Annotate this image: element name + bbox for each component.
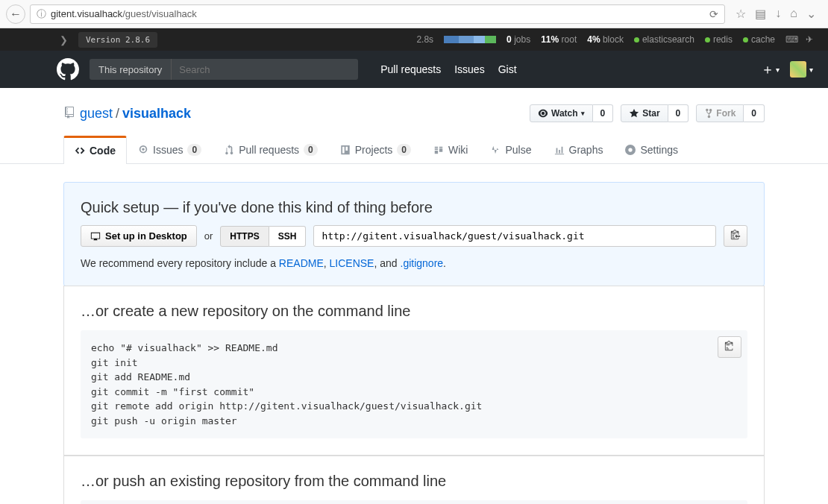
reponav: Code Issues0 Pull requests0 Projects0 Wi… [63,136,765,163]
nav-pull-requests[interactable]: Pull requests [380,63,441,75]
star-button[interactable]: Star [621,104,668,122]
watch-group: Watch▾ 0 [530,104,613,122]
push-repo-section: …or push an existing repository from the… [63,456,765,504]
load-bars [444,36,496,43]
create-repo-section: …or create a new repository on the comma… [63,286,765,456]
quick-setup-title: Quick setup — if you've done this kind o… [81,199,747,216]
https-button[interactable]: HTTPS [220,226,269,247]
block-stat: 4% block [587,34,624,45]
downloads-icon[interactable]: ↓ [775,7,781,21]
version-badge: Version 2.8.6 [78,32,157,48]
setup-desktop-button[interactable]: Set up in Desktop [81,225,197,247]
push-repo-code[interactable]: git remote add origin http://gitent.visu… [81,500,747,504]
fork-count[interactable]: 0 [744,104,765,122]
tab-code[interactable]: Code [63,136,127,164]
repo-name-link[interactable]: visualhack [122,106,191,121]
repo-owner-link[interactable]: guest [80,106,113,121]
readme-link[interactable]: README [279,257,324,269]
section-title: …or push an existing repository from the… [81,473,747,490]
create-repo-code[interactable]: echo "# visualhack" >> README.md git ini… [81,330,747,438]
pocket-icon[interactable]: ⌄ [806,7,816,21]
rocket-icon[interactable]: ✈ [806,34,813,45]
keyboard-icon[interactable]: ⌨ [785,34,798,45]
site-header: This repository Pull requests Issues Gis… [0,51,828,88]
nav-issues[interactable]: Issues [454,63,484,75]
refresh-icon[interactable]: ⟳ [709,8,718,20]
tab-settings[interactable]: Settings [614,136,689,163]
or-text: or [204,230,213,242]
chevron-right-icon[interactable]: ❯ [60,34,68,45]
copy-create-button[interactable] [718,336,741,358]
back-button[interactable]: ← [6,4,25,24]
repohead: guest/visualhack Watch▾ 0 Star 0 Fork 0 … [0,88,828,164]
license-link[interactable]: LICENSE [330,257,374,269]
load-time: 2.8s [416,34,433,45]
tab-pulls[interactable]: Pull requests0 [213,136,329,163]
star-count[interactable]: 0 [668,104,689,122]
redis-status: redis [705,34,733,45]
tab-projects[interactable]: Projects0 [329,136,422,163]
search-wrap: This repository [90,59,358,80]
repo-icon [63,107,75,121]
ssh-button[interactable]: SSH [269,226,307,247]
watch-count[interactable]: 0 [593,104,614,122]
gitignore-link[interactable]: .gitignore [401,257,444,269]
user-menu[interactable]: ▾ [790,61,813,78]
repo-title: guest/visualhack [80,106,191,122]
debug-status-bar: ❯ Version 2.8.6 2.8s 0 jobs 11% root 4% … [0,28,828,51]
url-bar[interactable]: ⓘ gitent.visualhack/guest/visualhack ⟳ [30,4,725,24]
browser-toolbar: ← ⓘ gitent.visualhack/guest/visualhack ⟳… [0,0,828,28]
avatar [790,61,806,78]
cache-status: cache [743,34,775,45]
github-logo-icon[interactable] [57,58,79,81]
library-icon[interactable]: ▤ [755,7,766,21]
search-scope[interactable]: This repository [90,59,172,80]
create-new-button[interactable]: ＋▾ [761,60,780,78]
tab-wiki[interactable]: Wiki [422,136,479,163]
nav-gist[interactable]: Gist [498,63,517,75]
url-text: gitent.visualhack/guest/visualhack [51,8,709,19]
es-status: elasticsearch [634,34,694,45]
info-icon: ⓘ [37,7,46,21]
watch-button[interactable]: Watch▾ [530,104,593,122]
tab-graphs[interactable]: Graphs [543,136,615,163]
copy-url-button[interactable] [724,225,747,247]
recommend-text: We recommend every repository include a … [81,257,747,269]
bookmark-icon[interactable]: ☆ [736,7,746,21]
tab-pulse[interactable]: Pulse [479,136,542,163]
root-stat: 11% root [541,34,577,45]
search-input[interactable] [172,59,358,80]
jobs-stat: 0 jobs [506,34,530,45]
home-icon[interactable]: ⌂ [790,7,797,21]
fork-button[interactable]: Fork [696,104,744,122]
section-title: …or create a new repository on the comma… [81,303,747,320]
fork-group: Fork 0 [696,104,765,122]
quick-setup-box: Quick setup — if you've done this kind o… [63,182,765,286]
tab-issues[interactable]: Issues0 [127,136,213,163]
star-group: Star 0 [621,104,689,122]
clone-url-input[interactable] [313,225,716,247]
